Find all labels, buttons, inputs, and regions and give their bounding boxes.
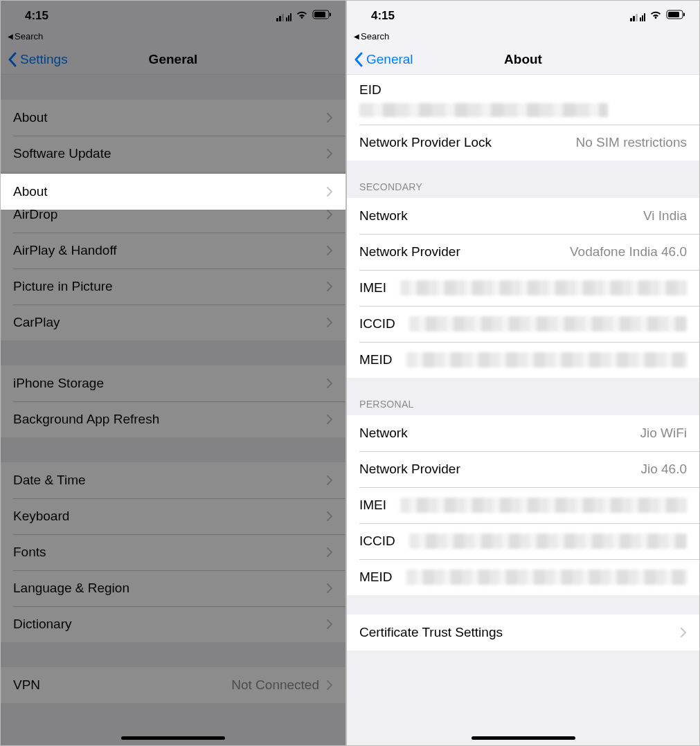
redacted-value <box>406 570 688 585</box>
status-icons <box>630 9 685 23</box>
cell-label: Keyboard <box>13 509 69 524</box>
svg-rect-13 <box>642 15 643 21</box>
cell-label: EID <box>359 82 382 98</box>
cell-label: Network <box>359 426 408 441</box>
back-label: Settings <box>20 52 68 67</box>
status-time: 4:15 <box>371 9 395 23</box>
cell-group: VPNNot Connected <box>1 667 345 703</box>
back-button[interactable]: General <box>347 52 413 67</box>
content-right[interactable]: EIDNetwork Provider LockNo SIM restricti… <box>347 75 699 745</box>
cell-label: MEID <box>359 352 393 367</box>
cell-group: iPhone StorageBackground App Refresh <box>1 365 345 437</box>
settings-row[interactable]: VPNNot Connected <box>1 667 345 703</box>
chevron-right-icon <box>326 112 333 123</box>
breadcrumb[interactable]: ◀ Search <box>1 31 345 44</box>
settings-row[interactable]: IMEI <box>347 270 699 306</box>
cell-group: AirDropAirPlay & HandoffPicture in Pictu… <box>1 197 345 340</box>
cell-group: Date & TimeKeyboardFontsLanguage & Regio… <box>1 462 345 642</box>
svg-rect-9 <box>630 18 632 21</box>
cell-label: MEID <box>359 570 393 585</box>
chevron-left-icon <box>8 52 17 67</box>
settings-row[interactable]: MEID <box>347 559 699 595</box>
redacted-value <box>409 316 687 331</box>
chevron-left-icon <box>354 52 364 67</box>
navbar: Settings General <box>1 44 345 75</box>
cell-label: ICCID <box>359 534 395 549</box>
breadcrumb[interactable]: ◀ Search <box>347 31 699 44</box>
cell-label: AirPlay & Handoff <box>13 243 117 258</box>
svg-rect-10 <box>633 16 635 21</box>
back-button[interactable]: Settings <box>1 52 68 67</box>
breadcrumb-back-icon: ◀ <box>8 33 13 40</box>
settings-row[interactable]: About <box>1 100 345 136</box>
settings-row[interactable]: NetworkVi India <box>347 198 699 234</box>
phone-left-general: 4:15 ◀ Search Settings General AboutSoft… <box>0 0 346 746</box>
cell-label: Dictionary <box>13 617 71 632</box>
highlight-about-row: About <box>1 174 345 210</box>
cell-group: NetworkVi IndiaNetwork ProviderVodafone … <box>347 198 699 378</box>
svg-rect-14 <box>644 13 645 21</box>
settings-row[interactable]: Certificate Trust Settings <box>347 615 699 651</box>
cell-label: Picture in Picture <box>13 279 113 294</box>
svg-rect-7 <box>314 12 325 17</box>
status-time: 4:15 <box>25 9 48 23</box>
settings-row[interactable]: ICCID <box>347 306 699 342</box>
settings-row[interactable]: Background App Refresh <box>1 401 345 437</box>
cell-label: iPhone Storage <box>13 376 104 391</box>
settings-row[interactable]: Picture in Picture <box>1 269 345 304</box>
chevron-right-icon <box>326 317 333 328</box>
battery-icon <box>312 9 332 23</box>
signal-icon <box>276 11 291 21</box>
settings-row[interactable]: iPhone Storage <box>1 365 345 401</box>
cell-label: ICCID <box>359 316 395 331</box>
section-header: PERSONAL <box>347 378 699 415</box>
phone-right-about: 4:15 ◀ Search General About EIDNetwork P… <box>346 0 700 746</box>
cell-label: Fonts <box>13 545 46 560</box>
chevron-right-icon <box>326 209 333 220</box>
home-indicator <box>121 736 225 740</box>
cell-label: VPN <box>13 677 40 693</box>
settings-row[interactable]: Keyboard <box>1 498 345 534</box>
signal-icon <box>630 11 645 21</box>
back-label: General <box>366 52 413 67</box>
home-indicator <box>472 736 575 740</box>
cell-value: Not Connected <box>40 677 319 693</box>
settings-row[interactable]: IMEI <box>347 487 699 523</box>
status-icons <box>276 9 332 23</box>
cell-label: Network Provider Lock <box>359 135 492 150</box>
svg-rect-1 <box>279 16 281 21</box>
cell-label: Network Provider <box>359 462 460 477</box>
cell-label: About <box>13 110 48 125</box>
cell-label: Date & Time <box>13 473 86 488</box>
settings-row[interactable]: Network ProviderVodafone India 46.0 <box>347 234 699 270</box>
settings-row[interactable]: ICCID <box>347 523 699 559</box>
settings-row[interactable]: MEID <box>347 342 699 378</box>
cell-value: Jio 46.0 <box>460 462 687 477</box>
settings-row[interactable]: Network ProviderJio 46.0 <box>347 451 699 487</box>
settings-row[interactable]: Dictionary <box>1 606 345 642</box>
status-bar: 4:15 <box>347 1 699 31</box>
settings-row[interactable]: Network Provider LockNo SIM restrictions <box>347 125 699 161</box>
svg-rect-8 <box>330 13 331 17</box>
svg-rect-3 <box>286 17 287 21</box>
cell-group: AboutSoftware Update <box>1 100 345 172</box>
cell-label: IMEI <box>359 498 386 513</box>
settings-row[interactable]: AirPlay & Handoff <box>1 233 345 269</box>
cell-group: NetworkJio WiFiNetwork ProviderJio 46.0I… <box>347 415 699 595</box>
chevron-right-icon <box>326 511 333 522</box>
settings-row[interactable]: Software Update <box>1 136 345 172</box>
chevron-right-icon <box>326 475 333 486</box>
settings-row[interactable]: About <box>1 174 345 210</box>
chevron-right-icon <box>326 378 333 389</box>
redacted-value <box>359 103 608 117</box>
settings-row[interactable]: Date & Time <box>1 462 345 498</box>
settings-row[interactable]: EID <box>347 75 699 125</box>
settings-row[interactable]: Language & Region <box>1 570 345 606</box>
svg-rect-11 <box>636 14 638 21</box>
cell-label: Software Update <box>13 146 111 161</box>
breadcrumb-label: Search <box>361 31 389 42</box>
chevron-right-icon <box>326 186 333 197</box>
settings-row[interactable]: CarPlay <box>1 304 345 340</box>
settings-row[interactable]: NetworkJio WiFi <box>347 415 699 451</box>
settings-row[interactable]: Fonts <box>1 534 345 570</box>
